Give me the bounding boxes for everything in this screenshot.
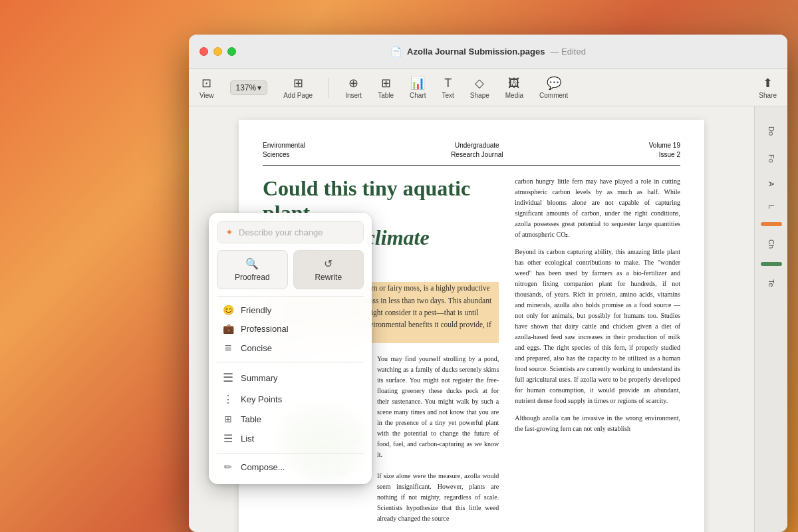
- rewrite-icon: ↺: [324, 257, 332, 270]
- header-sciences: Environmental Sciences: [263, 141, 305, 160]
- sidebar-tab-fo[interactable]: Fo: [765, 148, 778, 170]
- text-icon: T: [444, 76, 452, 90]
- compose-icon: ✏: [222, 462, 234, 472]
- share-icon: ⬆: [763, 76, 773, 90]
- ai-input-icon: ✦: [225, 227, 233, 237]
- bottom-left-body: You may find yourself strolling by a pon…: [377, 354, 499, 524]
- ai-menu-concise[interactable]: ≡ Concise: [217, 338, 364, 358]
- ai-input-placeholder: Describe your change: [239, 227, 323, 237]
- shape-label: Shape: [470, 92, 489, 99]
- compose-label: Compose...: [241, 462, 285, 472]
- document-edited: — Edited: [550, 47, 585, 57]
- sidebar-tab-l[interactable]: L: [765, 198, 778, 215]
- toolbar-right: ⬆ Share: [759, 76, 777, 99]
- maximize-button[interactable]: [227, 47, 236, 56]
- ai-describe-input[interactable]: ✦ Describe your change: [217, 221, 364, 243]
- proofread-label: Proofread: [235, 273, 270, 282]
- comment-label: Comment: [539, 92, 568, 99]
- list-label: List: [241, 434, 254, 444]
- doc-area[interactable]: Environmental Sciences Undergraduate Res…: [189, 106, 754, 532]
- shape-icon: ◇: [475, 76, 484, 90]
- add-page-icon: ⊞: [293, 76, 303, 90]
- view-button[interactable]: ⊡ View: [200, 76, 214, 99]
- article-right-col: carbon hungry little fern may have playe…: [515, 176, 680, 524]
- text-button[interactable]: T Text: [442, 76, 454, 99]
- ai-menu-summary[interactable]: ☰ Summary: [217, 366, 364, 389]
- ai-actions: 🔍 Proofread ↺ Rewrite: [217, 250, 364, 289]
- proofread-button[interactable]: 🔍 Proofread: [217, 250, 288, 289]
- document-title: Azolla Journal Submission.pages: [407, 47, 545, 57]
- ai-menu-friendly[interactable]: 😊 Friendly: [217, 301, 364, 319]
- ai-divider-3: [217, 453, 364, 454]
- friendly-label: Friendly: [241, 305, 271, 315]
- ai-divider-2: [217, 362, 364, 362]
- titlebar-center: 📄 Azolla Journal Submission.pages — Edit…: [390, 47, 586, 57]
- zoom-level: 137%: [236, 83, 257, 92]
- titlebar: 📄 Azolla Journal Submission.pages — Edit…: [189, 35, 787, 69]
- share-button[interactable]: ⬆ Share: [759, 76, 777, 99]
- sidebar-tab-a[interactable]: A: [765, 175, 778, 193]
- insert-button[interactable]: ⊕ Insert: [345, 76, 362, 99]
- comment-button[interactable]: 💬 Comment: [539, 76, 568, 99]
- rewrite-button[interactable]: ↺ Rewrite: [293, 250, 364, 289]
- insert-label: Insert: [345, 92, 362, 99]
- table-menu-icon: ⊞: [222, 414, 234, 424]
- summary-label: Summary: [241, 373, 278, 383]
- header-journal: Undergraduate Research Journal: [451, 141, 503, 160]
- comment-icon: 💬: [547, 76, 561, 90]
- media-button[interactable]: 🖼 Media: [505, 76, 523, 99]
- zoom-control[interactable]: 137% ▾: [230, 80, 268, 95]
- header-right-text: Volume 19 Issue 2: [649, 142, 680, 158]
- ai-divider: [217, 296, 364, 297]
- view-label: View: [200, 92, 214, 99]
- list-menu-icon: ☰: [222, 432, 234, 445]
- right-col-text1: carbon hungry little fern may have playe…: [515, 176, 680, 240]
- chart-label: Chart: [410, 92, 426, 99]
- header-volume: Volume 19 Issue 2: [649, 141, 680, 160]
- traffic-lights: [200, 47, 236, 56]
- ai-menu-professional[interactable]: 💼 Professional: [217, 319, 364, 338]
- header-left-text: Environmental Sciences: [263, 142, 305, 158]
- add-page-button[interactable]: ⊞ Add Page: [283, 76, 313, 99]
- sidebar-tab-do[interactable]: Do: [765, 120, 778, 142]
- ai-menu-list: 😊 Friendly 💼 Professional ≡ Concise ☰: [217, 301, 364, 476]
- key-points-label: Key Points: [241, 394, 282, 404]
- chart-icon: 📊: [410, 76, 425, 90]
- app-window: 📄 Azolla Journal Submission.pages — Edit…: [189, 35, 787, 532]
- key-points-icon: ⋮: [222, 393, 234, 406]
- chart-button[interactable]: 📊 Chart: [410, 76, 426, 99]
- ai-menu-table[interactable]: ⊞ Table: [217, 410, 364, 428]
- ai-menu-key-points[interactable]: ⋮ Key Points: [217, 389, 364, 410]
- toolbar-divider: [329, 78, 329, 98]
- shape-button[interactable]: ◇ Shape: [470, 76, 489, 99]
- media-icon: 🖼: [508, 76, 520, 90]
- proofread-icon: 🔍: [245, 257, 259, 270]
- table-button[interactable]: ⊞ Table: [378, 76, 394, 99]
- toolbar: ⊡ View 137% ▾ ⊞ Add Page ⊕ Insert ⊞ Tabl…: [189, 69, 787, 106]
- insert-icon: ⊕: [348, 76, 358, 90]
- media-label: Media: [505, 92, 523, 99]
- close-button[interactable]: [200, 47, 208, 56]
- right-col-text2: Beyond its carbon capturing ability, thi…: [515, 247, 680, 406]
- zoom-chevron: ▾: [257, 83, 261, 92]
- sidebar-bar-green: [761, 262, 782, 266]
- ai-panel: ✦ Describe your change 🔍 Proofread ↺ Rew…: [209, 213, 372, 484]
- professional-label: Professional: [241, 324, 289, 334]
- doc-header: Environmental Sciences Undergraduate Res…: [263, 141, 680, 166]
- concise-icon: ≡: [222, 342, 234, 354]
- sidebar-bar-orange: [761, 222, 782, 226]
- sidebar-tab-ch[interactable]: Ch: [765, 233, 778, 255]
- ai-menu-list[interactable]: ☰ List: [217, 428, 364, 449]
- table-label: Table: [241, 414, 261, 424]
- right-sidebar: Do Fo A L Ch Te: [754, 106, 787, 532]
- ai-menu-compose[interactable]: ✏ Compose...: [217, 458, 364, 476]
- summary-icon: ☰: [222, 370, 234, 385]
- concise-label: Concise: [241, 343, 272, 353]
- professional-icon: 💼: [222, 323, 234, 334]
- bottom-left-text: You may find yourself strolling by a pon…: [377, 354, 499, 524]
- minimize-button[interactable]: [213, 47, 222, 56]
- sidebar-tab-te[interactable]: Te: [765, 273, 778, 294]
- document-icon: 📄: [390, 47, 402, 57]
- right-col-text3: Although azolla can be invasive in the w…: [515, 413, 680, 434]
- text-label: Text: [442, 92, 454, 99]
